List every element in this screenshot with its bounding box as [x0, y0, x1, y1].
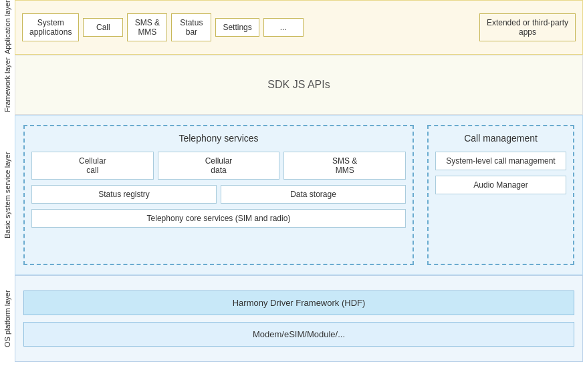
- telephony-row-2: Status registry Data storage: [31, 185, 406, 204]
- call-management-title: Call management: [435, 133, 566, 144]
- os-platform-layer: Harmony Driver Framework (HDF) Modem/eSI…: [15, 275, 583, 362]
- data-storage-box: Data storage: [221, 185, 406, 204]
- sdk-js-apis-label: SDK JS APIs: [267, 79, 330, 91]
- content-column: System applications Call SMS & MMS Statu…: [15, 0, 583, 392]
- status-registry-box: Status registry: [31, 185, 217, 204]
- os-layer-label: OS platform layer: [0, 275, 15, 362]
- labels-column: Application layer Framework layer Basic …: [0, 0, 15, 392]
- app-extended: Extended or third-party apps: [479, 13, 576, 41]
- cellular-data-box: Cellular data: [158, 152, 280, 180]
- app-call: Call: [83, 18, 123, 37]
- framework-layer: SDK JS APIs: [15, 55, 583, 115]
- telephony-row-1: Cellular call Cellular data SMS & MMS: [31, 152, 406, 180]
- framework-layer-label: Framework layer: [0, 55, 15, 115]
- app-status-bar: Status bar: [171, 13, 211, 41]
- basic-layer-label: Basic system service layer: [0, 115, 15, 275]
- sms-mms-box: SMS & MMS: [283, 152, 406, 180]
- application-layer: System applications Call SMS & MMS Statu…: [15, 0, 583, 55]
- diagram-container: Application layer Framework layer Basic …: [0, 0, 583, 392]
- call-management-box: Call management System-level call manage…: [427, 125, 574, 265]
- app-system-applications: System applications: [22, 13, 79, 41]
- telephony-core-services-box: Telephony core services (SIM and radio): [31, 209, 406, 228]
- hdf-bar: Harmony Driver Framework (HDF): [23, 290, 574, 315]
- system-level-call-management-box: System-level call management: [435, 152, 566, 170]
- audio-manager-box: Audio Manager: [435, 176, 566, 194]
- cellular-call-box: Cellular call: [31, 152, 154, 180]
- app-ellipsis: ...: [263, 18, 304, 37]
- telephony-services-title: Telephony services: [31, 133, 406, 144]
- app-settings: Settings: [215, 18, 259, 37]
- basic-system-service-layer: Telephony services Cellular call Cellula…: [15, 115, 583, 275]
- modem-bar: Modem/eSIM/Module/...: [23, 322, 574, 347]
- telephony-services-box: Telephony services Cellular call Cellula…: [23, 125, 414, 265]
- app-layer-label: Application layer: [0, 0, 15, 55]
- app-sms-mms: SMS & MMS: [127, 13, 167, 41]
